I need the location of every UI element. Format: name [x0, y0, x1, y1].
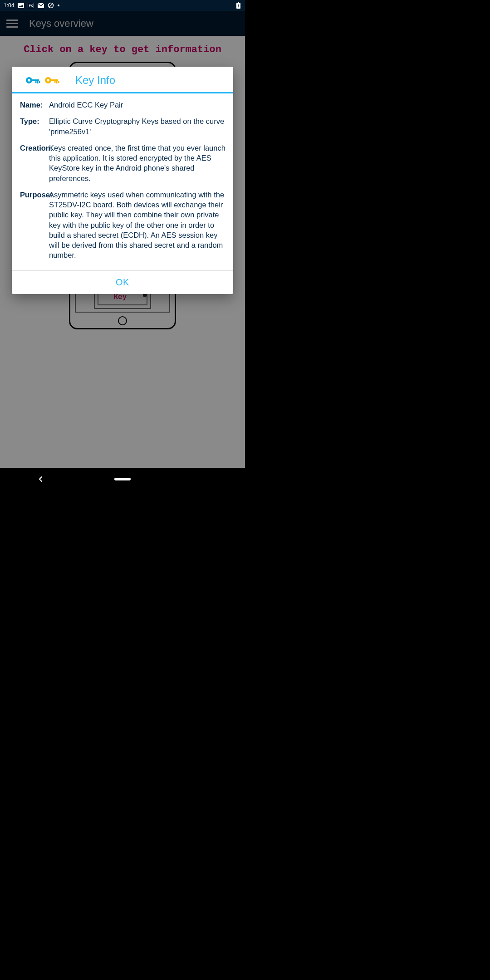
svg-rect-18 — [39, 81, 40, 83]
fx-icon: FX — [28, 2, 34, 9]
svg-rect-17 — [37, 81, 39, 83]
purpose-value: Asymmetric keys used when communicating … — [49, 190, 227, 260]
svg-rect-16 — [35, 81, 37, 83]
name-value: Android ECC Key Pair — [49, 100, 227, 110]
svg-rect-21 — [51, 79, 58, 81]
image-icon — [18, 2, 24, 9]
purpose-label: Purpose: — [20, 190, 49, 260]
dialog-title: Key Info — [75, 74, 115, 87]
creation-label: Creation: — [20, 143, 49, 183]
home-pill[interactable] — [114, 478, 131, 480]
navigation-bar — [0, 468, 245, 490]
svg-rect-23 — [56, 81, 58, 83]
svg-line-5 — [49, 4, 53, 7]
svg-rect-15 — [32, 79, 39, 81]
type-value: Elliptic Curve Cryptography Keys based o… — [49, 116, 227, 137]
key-info-dialog: Key Info Name: Android ECC Key Pair Type… — [12, 67, 233, 294]
svg-rect-7 — [238, 2, 239, 3]
more-notifications-dot — [58, 5, 59, 6]
status-bar: 1:04 FX — [0, 0, 245, 11]
svg-rect-24 — [58, 81, 59, 83]
ok-button[interactable]: OK — [116, 277, 129, 288]
dialog-body: Name: Android ECC Key Pair Type: Ellipti… — [12, 93, 233, 270]
battery-charging-icon — [235, 2, 241, 9]
svg-text:FX: FX — [29, 4, 33, 7]
back-icon[interactable] — [38, 476, 44, 482]
name-label: Name: — [20, 100, 49, 110]
svg-rect-22 — [54, 81, 56, 83]
mail-icon — [38, 2, 44, 9]
svg-point-20 — [47, 79, 49, 82]
no-sync-icon — [48, 2, 54, 9]
key-pair-icon — [25, 75, 63, 85]
type-label: Type: — [20, 116, 49, 137]
status-time: 1:04 — [4, 2, 14, 9]
svg-rect-0 — [18, 3, 24, 8]
creation-value: Keys created once, the first time that y… — [49, 143, 227, 183]
svg-point-14 — [28, 79, 30, 82]
